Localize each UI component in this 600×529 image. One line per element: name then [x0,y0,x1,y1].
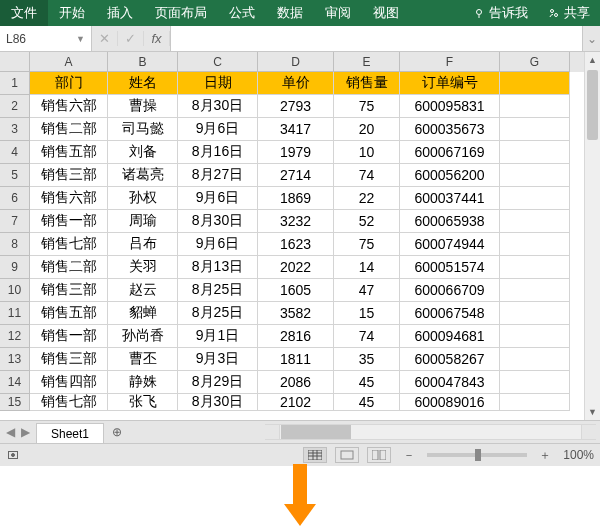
view-page-break-button[interactable] [367,447,391,463]
cell[interactable]: 销售六部 [30,95,108,118]
row-header[interactable]: 9 [0,256,30,279]
cell[interactable]: 600095831 [400,95,500,118]
cell[interactable]: 销售一部 [30,325,108,348]
cell[interactable]: 8月30日 [178,95,258,118]
cell[interactable]: 600074944 [400,233,500,256]
cell[interactable]: 日期 [178,72,258,95]
tab-file[interactable]: 文件 [0,0,48,26]
row-header[interactable]: 10 [0,279,30,302]
cell[interactable]: 销售三部 [30,164,108,187]
cell[interactable]: 销售二部 [30,118,108,141]
cell[interactable]: 45 [334,394,400,411]
cell[interactable] [500,348,570,371]
cell[interactable] [500,302,570,325]
cell[interactable]: 15 [334,302,400,325]
cell[interactable]: 8月25日 [178,279,258,302]
cell[interactable]: 3582 [258,302,334,325]
cell[interactable]: 9月6日 [178,118,258,141]
cell[interactable]: 9月3日 [178,348,258,371]
cell[interactable]: 2022 [258,256,334,279]
record-macro-icon[interactable] [6,449,20,461]
cell[interactable]: 20 [334,118,400,141]
share-button[interactable]: 共享 [538,0,600,26]
column-header[interactable]: A [30,52,108,72]
row-header[interactable]: 8 [0,233,30,256]
cell[interactable]: 1623 [258,233,334,256]
cell[interactable] [500,210,570,233]
sheet-tab-active[interactable]: Sheet1 [36,423,104,443]
view-normal-button[interactable] [303,447,327,463]
cell[interactable]: 600051574 [400,256,500,279]
cell[interactable]: 75 [334,233,400,256]
cell[interactable]: 35 [334,348,400,371]
cell[interactable]: 600058267 [400,348,500,371]
cell[interactable]: 9月1日 [178,325,258,348]
cell[interactable]: 2102 [258,394,334,411]
tab-data[interactable]: 数据 [266,0,314,26]
cell[interactable]: 8月27日 [178,164,258,187]
cell[interactable]: 2816 [258,325,334,348]
cell[interactable]: 张飞 [108,394,178,411]
tell-me[interactable]: 告诉我 [463,0,538,26]
cell[interactable]: 赵云 [108,279,178,302]
row-header[interactable]: 5 [0,164,30,187]
zoom-slider[interactable] [427,453,527,457]
vscroll-thumb[interactable] [587,70,598,140]
cell[interactable]: 周瑜 [108,210,178,233]
fx-icon[interactable]: fx [144,31,170,46]
cell[interactable] [500,187,570,210]
cell[interactable]: 曹操 [108,95,178,118]
row-header[interactable]: 14 [0,371,30,394]
cell[interactable]: 600065938 [400,210,500,233]
row-header[interactable]: 7 [0,210,30,233]
row-header[interactable]: 3 [0,118,30,141]
row-header[interactable]: 6 [0,187,30,210]
cell[interactable]: 2714 [258,164,334,187]
zoom-level[interactable]: 100% [563,448,594,462]
select-all-corner[interactable] [0,52,30,72]
zoom-out-button[interactable]: － [399,447,419,464]
column-header[interactable]: E [334,52,400,72]
column-header[interactable]: D [258,52,334,72]
cell[interactable]: 600047843 [400,371,500,394]
cell[interactable]: 3417 [258,118,334,141]
cell[interactable]: 9月6日 [178,187,258,210]
cell[interactable]: 9月6日 [178,233,258,256]
tab-review[interactable]: 审阅 [314,0,362,26]
cell[interactable]: 10 [334,141,400,164]
cell[interactable]: 销售量 [334,72,400,95]
cell[interactable]: 关羽 [108,256,178,279]
cell[interactable]: 销售四部 [30,371,108,394]
cell[interactable] [500,72,570,95]
cell[interactable]: 销售七部 [30,394,108,411]
column-header[interactable]: B [108,52,178,72]
cell[interactable]: 销售一部 [30,210,108,233]
cell[interactable]: 1605 [258,279,334,302]
cell[interactable]: 销售六部 [30,187,108,210]
row-header[interactable]: 12 [0,325,30,348]
cell[interactable]: 2793 [258,95,334,118]
scroll-up-icon[interactable]: ▲ [585,52,600,68]
cell[interactable]: 孙尚香 [108,325,178,348]
row-header[interactable]: 4 [0,141,30,164]
cell[interactable]: 司马懿 [108,118,178,141]
cell[interactable]: 曹丕 [108,348,178,371]
cell[interactable]: 22 [334,187,400,210]
cell[interactable]: 销售三部 [30,279,108,302]
cell[interactable]: 单价 [258,72,334,95]
cell[interactable]: 销售二部 [30,256,108,279]
tab-home[interactable]: 开始 [48,0,96,26]
cell[interactable] [500,325,570,348]
cell[interactable] [500,279,570,302]
cell[interactable]: 52 [334,210,400,233]
cell[interactable]: 8月29日 [178,371,258,394]
cell[interactable]: 600094681 [400,325,500,348]
cell[interactable]: 静姝 [108,371,178,394]
cell[interactable]: 600056200 [400,164,500,187]
cell[interactable]: 600067169 [400,141,500,164]
tab-insert[interactable]: 插入 [96,0,144,26]
column-header[interactable]: C [178,52,258,72]
cell[interactable]: 订单编号 [400,72,500,95]
zoom-in-button[interactable]: ＋ [535,447,555,464]
cell[interactable]: 47 [334,279,400,302]
